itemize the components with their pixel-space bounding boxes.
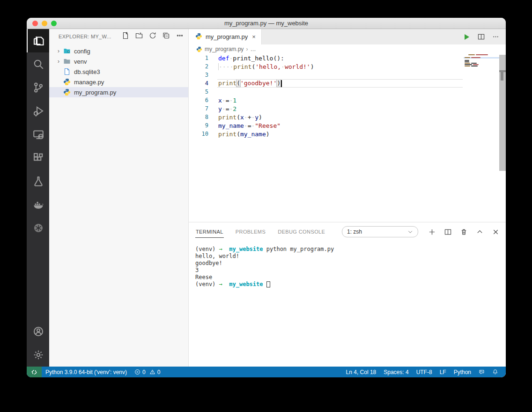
scrollbar-thumb[interactable] [501, 72, 503, 81]
eol-status[interactable]: LF [436, 367, 450, 377]
tree-item-my_program.py[interactable]: my_program.py [49, 87, 188, 97]
split-editor-icon[interactable] [478, 33, 485, 40]
line-number: 6 [189, 97, 208, 103]
config-folder-icon [62, 47, 72, 55]
code-token: def [218, 55, 229, 62]
code-line-4[interactable]: 4print('goodbye!') [189, 79, 506, 88]
panel-tab-debug-console[interactable]: DEBUG CONSOLE [277, 226, 325, 237]
code-line-5[interactable]: 5 [189, 88, 506, 96]
feedback-icon[interactable] [475, 367, 488, 377]
notifications-bell-icon[interactable] [488, 367, 502, 377]
maximize-panel-icon[interactable] [476, 228, 483, 235]
language-mode-status[interactable]: Python [450, 367, 475, 377]
activity-bar-item-accounts[interactable] [27, 320, 49, 343]
remote-indicator[interactable] [27, 367, 42, 377]
cursor-position-status[interactable]: Ln 4, Col 18 [342, 367, 380, 377]
kubernetes-wheel-icon [33, 222, 44, 234]
activity-bar-item-extensions[interactable] [27, 146, 49, 169]
kill-terminal-icon[interactable] [460, 228, 467, 235]
code-line-10[interactable]: 10print(my_name) [189, 130, 506, 138]
breadcrumb-symbol[interactable]: … [250, 46, 256, 52]
refresh-icon[interactable] [149, 32, 156, 41]
python-interpreter-status[interactable]: Python 3.9.0 64-bit ('venv': venv) [42, 367, 131, 377]
close-window-button[interactable] [32, 21, 38, 26]
code-token: · [244, 114, 248, 121]
line-number: 4 [189, 80, 208, 87]
run-python-file-icon[interactable] [463, 33, 470, 41]
activity-bar-item-run-debug[interactable] [27, 99, 49, 123]
activity-bar-item-docker[interactable] [27, 193, 49, 216]
terminal-token [222, 246, 229, 252]
zoom-window-button[interactable] [51, 21, 57, 26]
activity-bar-item-explorer[interactable] [27, 29, 49, 52]
new-folder-icon[interactable] [135, 32, 143, 41]
minimap-mark [465, 63, 470, 64]
activity-bar-item-remote-explorer[interactable] [27, 123, 49, 146]
new-terminal-icon[interactable] [429, 228, 436, 235]
terminal-token: my_website [229, 281, 263, 287]
minimap-row [465, 54, 498, 55]
code-token: ( [236, 114, 240, 121]
minimap-mark [465, 61, 469, 62]
account-icon [33, 326, 44, 337]
panel-header: TERMINAL PROBLEMS DEBUG CONSOLE 1: zsh [189, 222, 506, 241]
more-actions-icon[interactable] [176, 32, 184, 41]
activity-bar-item-testing[interactable] [27, 169, 49, 193]
new-file-icon[interactable] [122, 32, 129, 41]
window-title: my_program.py — my_website [224, 20, 308, 27]
terminal-output[interactable]: (venv) → my_website python my_program.py… [189, 241, 506, 288]
code-line-1[interactable]: 1def·print_hello(): [189, 54, 506, 62]
minimap-row [465, 59, 498, 59]
problems-status[interactable]: 0 0 [131, 367, 164, 377]
line-number: 2 [189, 63, 208, 70]
code-line-8[interactable]: 8print(x·+·y) [189, 113, 506, 121]
code-line-9[interactable]: 9my_name·=·"Reese" [189, 121, 506, 130]
collapse-all-icon[interactable] [163, 32, 170, 41]
editor-tab-bar: my_program.py × [189, 29, 506, 44]
code-token: ) [310, 63, 314, 70]
tree-item-db.sqlite3[interactable]: db.sqlite3 [49, 66, 188, 77]
minimap-row [465, 63, 498, 64]
debug-icon [33, 105, 44, 117]
tree-item-venv[interactable]: ›venv [49, 56, 188, 66]
tab-my-program-py[interactable]: my_program.py × [189, 29, 262, 44]
activity-bar-item-source-control[interactable] [27, 76, 49, 99]
minimap[interactable] [465, 54, 498, 67]
code-token: · [222, 105, 226, 112]
panel-tab-terminal[interactable]: TERMINAL [195, 226, 224, 238]
minimap-mark [471, 66, 478, 66]
code-token: ) [266, 131, 270, 138]
tree-item-config[interactable]: ›config [49, 46, 188, 56]
close-panel-icon[interactable] [492, 228, 499, 235]
code-editor[interactable]: 1def·print_hello():2····print('hello,·wo… [189, 54, 506, 222]
indentation-status[interactable]: Spaces: 4 [380, 367, 412, 377]
encoding-status[interactable]: UTF-8 [413, 367, 436, 377]
split-terminal-icon[interactable] [444, 228, 451, 235]
code-line-3[interactable]: 3 [189, 71, 506, 79]
code-token: ) [259, 114, 262, 121]
code-token: · [222, 97, 226, 104]
minimize-window-button[interactable] [42, 21, 47, 26]
tree-item-manage.py[interactable]: manage.py [49, 77, 188, 87]
python-file-icon [196, 46, 202, 52]
tab-close-icon[interactable]: × [251, 33, 257, 40]
minimap-row [465, 66, 498, 66]
more-editor-actions-icon[interactable] [492, 33, 499, 40]
panel-tab-problems[interactable]: PROBLEMS [235, 226, 266, 237]
chevron-right-icon: › [55, 48, 62, 54]
activity-bar-item-settings[interactable] [27, 343, 49, 367]
sqlite-icon [62, 68, 72, 75]
code-token: y [255, 114, 259, 121]
code-token: 'hello, [255, 63, 281, 70]
breadcrumb[interactable]: my_program.py › … [189, 44, 506, 54]
error-count: 0 [142, 369, 146, 375]
activity-bar-item-kubernetes[interactable] [27, 216, 49, 240]
code-line-6[interactable]: 6x·=·1 [189, 96, 506, 104]
code-line-7[interactable]: 7y·=·2 [189, 104, 506, 113]
terminal-shell-select[interactable]: 1: zsh [342, 226, 418, 237]
breadcrumb-file[interactable]: my_program.py [205, 46, 244, 52]
code-line-2[interactable]: 2····print('hello,·world!') [189, 62, 506, 71]
editor-scrollbar[interactable] [499, 55, 506, 171]
activity-bar-item-search[interactable] [27, 52, 49, 76]
activity-bar-spacer [27, 240, 49, 320]
